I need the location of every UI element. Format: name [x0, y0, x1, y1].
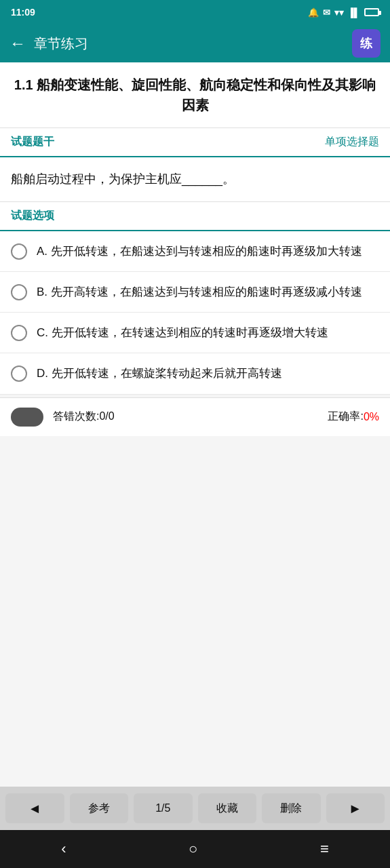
- page-title: 章节练习: [34, 35, 352, 53]
- radio-a[interactable]: [11, 243, 27, 260]
- favorite-button[interactable]: 收藏: [198, 793, 257, 823]
- chapter-title: 1.1 船舶变速性能、旋回性能、航向稳定性和保向性及其影响因素: [0, 62, 390, 128]
- wifi-icon: ▾▾: [334, 7, 344, 18]
- notification-icon: 🔔: [308, 7, 319, 18]
- page-indicator: 1/5: [134, 793, 193, 823]
- reference-button[interactable]: 参考: [70, 793, 129, 823]
- content-spacer: [0, 436, 390, 787]
- next-button[interactable]: ►: [326, 793, 385, 823]
- signal-icon: ▐▌: [348, 7, 360, 18]
- accuracy-label: 正确率:: [328, 410, 363, 424]
- accuracy-value: 0%: [364, 411, 379, 423]
- system-menu-button[interactable]: ≡: [320, 840, 329, 858]
- option-d[interactable]: D. 先开低转速，在螺旋桨转动起来后就开高转速: [0, 353, 390, 394]
- options-section-label: 试题选项: [11, 210, 54, 221]
- email-icon: ✉: [323, 7, 330, 18]
- stats-bar: 答错次数:0/0 正确率: 0%: [0, 397, 390, 436]
- top-bar: ← 章节练习 练: [0, 24, 390, 62]
- radio-d[interactable]: [11, 366, 27, 382]
- option-a-text: A. 先开低转速，在船速达到与转速相应的船速时再逐级加大转速: [37, 242, 379, 260]
- option-c[interactable]: C. 先开低转速，在转速达到相应的转速时再逐级增大转速: [0, 313, 390, 353]
- radio-b[interactable]: [11, 284, 27, 300]
- question-section-header: 试题题干 单项选择题: [0, 128, 390, 157]
- system-nav-bar: ‹ ○ ≡: [0, 830, 390, 868]
- status-icons: 🔔 ✉ ▾▾ ▐▌: [308, 7, 379, 18]
- status-time: 11:09: [11, 7, 35, 18]
- options-list: A. 先开低转速，在船速达到与转速相应的船速时再逐级加大转速 B. 先开高转速，…: [0, 231, 390, 395]
- option-b[interactable]: B. 先开高转速，在船速达到与转速相应的船速时再逐级减小转速: [0, 272, 390, 313]
- option-a[interactable]: A. 先开低转速，在船速达到与转速相应的船速时再逐级加大转速: [0, 231, 390, 272]
- back-button[interactable]: ←: [9, 34, 26, 53]
- option-d-text: D. 先开低转速，在螺旋桨转动起来后就开高转速: [37, 364, 379, 382]
- question-type-label: 单项选择题: [325, 135, 379, 149]
- bottom-navigation: ◄ 参考 1/5 收藏 删除 ►: [0, 787, 390, 830]
- error-count-label: 答错次数:0/0: [53, 410, 328, 424]
- practice-badge: 练: [352, 29, 381, 58]
- prev-button[interactable]: ◄: [5, 793, 64, 823]
- delete-button[interactable]: 删除: [262, 793, 321, 823]
- options-section-header: 试题选项: [0, 202, 390, 231]
- battery-icon: [364, 8, 379, 16]
- question-section-label: 试题题干: [11, 135, 54, 149]
- status-bar: 11:09 🔔 ✉ ▾▾ ▐▌: [0, 0, 390, 24]
- option-b-text: B. 先开高转速，在船速达到与转速相应的船速时再逐级减小转速: [37, 283, 379, 301]
- toggle-icon[interactable]: [11, 408, 43, 427]
- option-c-text: C. 先开低转速，在转速达到相应的转速时再逐级增大转速: [37, 323, 379, 342]
- radio-c[interactable]: [11, 325, 27, 341]
- system-home-button[interactable]: ○: [189, 840, 197, 858]
- question-text: 船舶启动过程中，为保护主机应______。: [0, 157, 390, 202]
- system-back-button[interactable]: ‹: [61, 840, 66, 858]
